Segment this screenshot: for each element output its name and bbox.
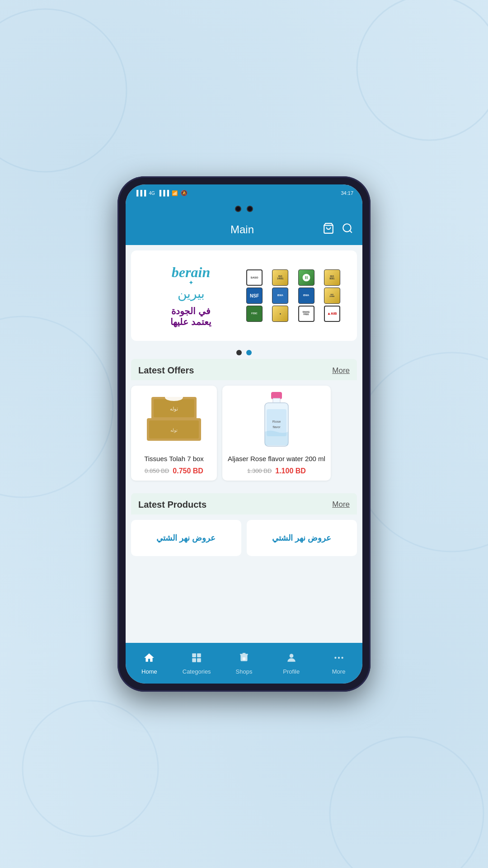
svg-rect-23 bbox=[197, 653, 201, 657]
preview-card-1[interactable]: عروض نهر الشتي bbox=[131, 520, 241, 556]
header-icons bbox=[323, 222, 353, 237]
shops-icon bbox=[238, 652, 250, 666]
latest-products-more[interactable]: More bbox=[332, 500, 350, 509]
offers-products-row: توله توله Tissues Tolah 7 box 0. bbox=[126, 380, 362, 486]
original-price-water: 1.300 BD bbox=[247, 467, 272, 474]
promo-text-1: عروض نهر الشتي bbox=[156, 533, 216, 543]
svg-point-1 bbox=[357, 0, 488, 140]
svg-point-0 bbox=[0, 9, 127, 172]
nav-profile-label: Profile bbox=[283, 668, 300, 675]
svg-point-7 bbox=[343, 224, 351, 231]
mute-icon: 🔕 bbox=[181, 190, 188, 196]
cart-icon[interactable] bbox=[323, 222, 334, 237]
berain-arabic: بيرين bbox=[178, 286, 205, 301]
svg-rect-24 bbox=[192, 658, 196, 662]
berain-star: ✦ bbox=[188, 279, 194, 286]
cert-iso22000: ISO22000 bbox=[324, 288, 340, 304]
latest-products-section: Latest Products More عروض نهر الشتي عروض… bbox=[126, 493, 362, 561]
wifi-icon: 📶 bbox=[172, 190, 178, 196]
latest-products-preview: عروض نهر الشتي عروض نهر الشتي bbox=[126, 514, 362, 561]
camera-area bbox=[126, 202, 362, 216]
product-image-water: Rose flavor bbox=[245, 391, 308, 450]
cert-fssc: FSSC bbox=[246, 306, 263, 322]
original-price-tissue: 0.850 BD bbox=[145, 467, 169, 474]
cert-nsf: NSF bbox=[246, 288, 263, 304]
latest-offers-section: Latest Offers More توله bbox=[126, 359, 362, 486]
page-title: Main bbox=[162, 223, 323, 236]
svg-point-4 bbox=[23, 701, 158, 836]
sale-price-tissue: 0.750 BD bbox=[173, 467, 203, 475]
more-icon bbox=[333, 652, 345, 666]
product-image-tissue: توله توله bbox=[142, 391, 206, 450]
cert-aib: ▲AIB bbox=[324, 306, 340, 322]
svg-line-8 bbox=[350, 231, 352, 233]
product-name-tissue: Tissues Tolah 7 box bbox=[144, 454, 204, 463]
product-pricing-water: 1.300 BD 1.100 BD bbox=[247, 467, 306, 475]
cert-saso: SASO bbox=[246, 269, 263, 286]
latest-offers-header: Latest Offers More bbox=[131, 359, 357, 380]
latest-offers-title: Latest Offers bbox=[138, 365, 194, 376]
sale-price-water: 1.100 BD bbox=[275, 467, 306, 475]
camera-dot-left bbox=[235, 206, 241, 212]
cert-iso14001: ISO14001 bbox=[272, 269, 288, 286]
slide-dots bbox=[126, 346, 362, 359]
svg-point-28 bbox=[334, 656, 336, 658]
preview-card-2[interactable]: عروض نهر الشتي bbox=[247, 520, 357, 556]
berain-tagline: في الجودة يعتمد عليها bbox=[170, 306, 211, 327]
svg-point-14 bbox=[165, 394, 183, 401]
svg-rect-22 bbox=[192, 653, 196, 657]
certifications-grid: SASO ISO14001 ISO9001 NSF IBWA IBWA ISO2… bbox=[246, 269, 348, 322]
product-card-tissue[interactable]: توله توله Tissues Tolah 7 box 0. bbox=[131, 386, 217, 481]
banner-brand: berain ✦ بيرين في الجودة يعتمد عليها bbox=[140, 264, 242, 327]
svg-text:توله: توله bbox=[170, 406, 178, 412]
svg-point-2 bbox=[0, 316, 113, 497]
cert-ibwa: IBWA bbox=[272, 288, 288, 304]
nav-home[interactable]: Home bbox=[126, 643, 173, 684]
svg-text:Rose: Rose bbox=[272, 420, 281, 424]
product-name-water: Aljaser Rose flavor water 200 ml bbox=[228, 454, 325, 463]
cert-iso-green bbox=[298, 269, 314, 286]
banner-card: berain ✦ بيرين في الجودة يعتمد عليها SAS… bbox=[131, 250, 357, 341]
nav-shops[interactable]: Shops bbox=[221, 643, 268, 684]
svg-text:توله: توله bbox=[170, 428, 178, 433]
search-icon[interactable] bbox=[342, 222, 353, 237]
nav-categories[interactable]: Categories bbox=[173, 643, 221, 684]
latest-offers-more[interactable]: More bbox=[332, 366, 350, 375]
cert-halal: ● bbox=[272, 306, 288, 322]
product-pricing-tissue: 0.850 BD 0.750 BD bbox=[145, 467, 203, 475]
dot-1[interactable] bbox=[236, 350, 242, 355]
camera-bump bbox=[235, 206, 253, 212]
svg-rect-26 bbox=[243, 657, 246, 660]
dot-2[interactable] bbox=[246, 350, 252, 355]
nav-categories-label: Categories bbox=[183, 668, 211, 675]
svg-point-3 bbox=[352, 353, 488, 552]
nav-more[interactable]: More bbox=[315, 643, 362, 684]
svg-text:flavor: flavor bbox=[272, 425, 281, 429]
camera-dot-right bbox=[247, 206, 253, 212]
svg-point-27 bbox=[289, 654, 293, 658]
promo-text-2: عروض نهر الشتي bbox=[272, 533, 331, 543]
nav-home-label: Home bbox=[141, 668, 157, 675]
network-type: 4G bbox=[149, 191, 155, 196]
berain-logo: berain bbox=[172, 264, 210, 281]
product-card-water[interactable]: Rose flavor Aljaser Rose flavor water 20… bbox=[222, 386, 331, 481]
cert-snake: SNAKEFREE bbox=[298, 306, 314, 322]
status-left: ▐▐▐ 4G ▐▐▐ 📶 🔕 bbox=[135, 190, 188, 196]
latest-products-title: Latest Products bbox=[138, 500, 206, 510]
signal-icon: ▐▐▐ bbox=[135, 190, 146, 196]
svg-point-5 bbox=[330, 737, 483, 868]
svg-rect-25 bbox=[197, 658, 201, 662]
bottom-navigation: Home Categories bbox=[126, 643, 362, 684]
nav-profile[interactable]: Profile bbox=[267, 643, 315, 684]
cert-ibwa2: IBWA bbox=[298, 288, 314, 304]
status-bar: ▐▐▐ 4G ▐▐▐ 📶 🔕 34:17 bbox=[126, 184, 362, 202]
nav-shops-label: Shops bbox=[236, 668, 253, 675]
svg-point-29 bbox=[338, 656, 339, 658]
nav-more-label: More bbox=[332, 668, 346, 675]
app-header: Main bbox=[126, 216, 362, 245]
home-icon bbox=[143, 652, 155, 666]
signal-icon-2: ▐▐▐ bbox=[158, 190, 169, 196]
status-time: 34:17 bbox=[341, 190, 353, 196]
latest-products-header: Latest Products More bbox=[131, 493, 357, 514]
main-content: berain ✦ بيرين في الجودة يعتمد عليها SAS… bbox=[126, 245, 362, 643]
